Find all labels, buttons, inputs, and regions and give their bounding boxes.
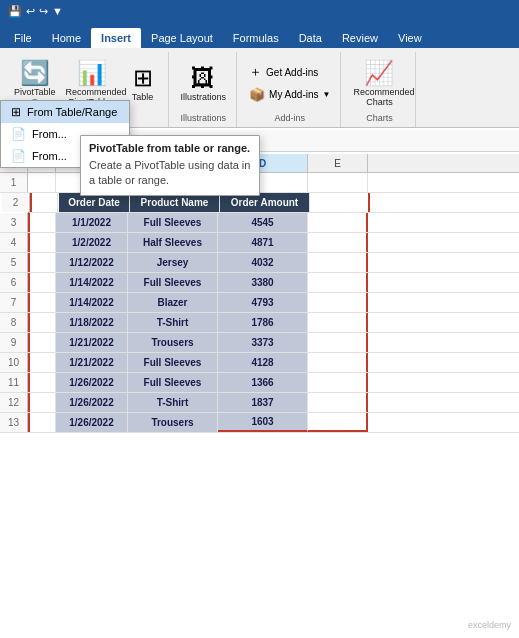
tab-formulas[interactable]: Formulas <box>223 28 289 48</box>
cell-d10[interactable]: 4128 <box>218 353 308 372</box>
save-icon[interactable]: 💾 <box>8 5 22 18</box>
get-addins-label: Get Add-ins <box>266 67 318 78</box>
tab-home[interactable]: Home <box>42 28 91 48</box>
cell-b7[interactable]: 1/14/2022 <box>56 293 128 312</box>
cell-b13[interactable]: 1/26/2022 <box>56 413 128 432</box>
table-button[interactable]: ⊞ Table <box>124 62 162 104</box>
cell-b9[interactable]: 1/21/2022 <box>56 333 128 352</box>
recommended-charts-button[interactable]: 📈 Recommended Charts <box>349 57 409 109</box>
cell-a6[interactable] <box>28 273 56 292</box>
illustrations-button[interactable]: 🖼 Illustrations <box>177 62 231 104</box>
cell-c7[interactable]: Blazer <box>128 293 218 312</box>
cell-e5[interactable] <box>308 253 368 272</box>
cell-e9[interactable] <box>308 333 368 352</box>
cell-a12[interactable] <box>28 393 56 412</box>
redo-icon[interactable]: ↪ <box>39 5 48 18</box>
col-header-e[interactable]: E <box>308 154 368 172</box>
cell-c3[interactable]: Full Sleeves <box>128 213 218 232</box>
watermark: exceldemy <box>468 620 511 630</box>
from-data-model-label: From... <box>32 150 67 162</box>
cell-d4[interactable]: 4871 <box>218 233 308 252</box>
cell-e8[interactable] <box>308 313 368 332</box>
cell-c8[interactable]: T-Shirt <box>128 313 218 332</box>
row-6: 6 1/14/2022 Full Sleeves 3380 <box>0 273 519 293</box>
cell-e4[interactable] <box>308 233 368 252</box>
cell-e6[interactable] <box>308 273 368 292</box>
tab-insert[interactable]: Insert <box>91 28 141 48</box>
from-table-range-label: From Table/Range <box>27 106 117 118</box>
cell-c6[interactable]: Full Sleeves <box>128 273 218 292</box>
cell-b2-order-date[interactable]: Order Date <box>58 193 130 212</box>
cell-c4[interactable]: Half Sleeves <box>128 233 218 252</box>
from-table-range-icon: ⊞ <box>11 105 21 119</box>
cell-d12[interactable]: 1837 <box>218 393 308 412</box>
cell-a13[interactable] <box>28 413 56 432</box>
cell-e1[interactable] <box>308 173 368 192</box>
tab-data[interactable]: Data <box>289 28 332 48</box>
cell-c13[interactable]: Trousers <box>128 413 218 432</box>
cell-c5[interactable]: Jersey <box>128 253 218 272</box>
cell-d2-order-amount[interactable]: Order Amount <box>220 193 310 212</box>
cell-a9[interactable] <box>28 333 56 352</box>
cell-d13[interactable]: 1603 <box>218 413 308 432</box>
cell-c12[interactable]: T-Shirt <box>128 393 218 412</box>
cell-c9[interactable]: Trousers <box>128 333 218 352</box>
cell-d6[interactable]: 3380 <box>218 273 308 292</box>
cell-a2[interactable] <box>30 193 58 212</box>
cell-e10[interactable] <box>308 353 368 372</box>
cell-a7[interactable] <box>28 293 56 312</box>
cell-b4[interactable]: 1/2/2022 <box>56 233 128 252</box>
row-11: 11 1/26/2022 Full Sleeves 1366 <box>0 373 519 393</box>
cell-d3[interactable]: 4545 <box>218 213 308 232</box>
cell-e13[interactable] <box>308 413 368 432</box>
my-addins-icon: 📦 <box>249 87 265 102</box>
cell-b10[interactable]: 1/21/2022 <box>56 353 128 372</box>
cell-d7[interactable]: 4793 <box>218 293 308 312</box>
cell-a1[interactable] <box>28 173 56 192</box>
tab-file[interactable]: File <box>4 28 42 48</box>
my-addins-button[interactable]: 📦 My Add-ins ▼ <box>245 85 334 104</box>
title-bar: 💾 ↩ ↪ ▼ <box>0 0 519 22</box>
cell-a11[interactable] <box>28 373 56 392</box>
cell-e2[interactable] <box>310 193 370 212</box>
cell-c10[interactable]: Full Sleeves <box>128 353 218 372</box>
cell-e3[interactable] <box>308 213 368 232</box>
undo-icon[interactable]: ↩ <box>26 5 35 18</box>
recommended-pivottables-icon: 📊 <box>77 59 107 87</box>
cell-d9[interactable]: 3373 <box>218 333 308 352</box>
row-num-13: 13 <box>0 413 28 432</box>
cell-b5[interactable]: 1/12/2022 <box>56 253 128 272</box>
cell-a10[interactable] <box>28 353 56 372</box>
from-data-model-icon: 📄 <box>11 149 26 163</box>
cell-b12[interactable]: 1/26/2022 <box>56 393 128 412</box>
cell-d5[interactable]: 4032 <box>218 253 308 272</box>
cell-c11[interactable]: Full Sleeves <box>128 373 218 392</box>
tab-view[interactable]: View <box>388 28 432 48</box>
cell-e11[interactable] <box>308 373 368 392</box>
get-addins-button[interactable]: ＋ Get Add-ins <box>245 61 334 83</box>
row-num-2: 2 <box>2 193 30 212</box>
row-5: 5 1/12/2022 Jersey 4032 <box>0 253 519 273</box>
tab-review[interactable]: Review <box>332 28 388 48</box>
cell-d8[interactable]: 1786 <box>218 313 308 332</box>
row-2: 2 Order Date Product Name Order Amount <box>28 193 519 213</box>
cell-d11[interactable]: 1366 <box>218 373 308 392</box>
cell-e12[interactable] <box>308 393 368 412</box>
cell-c2-product-name[interactable]: Product Name <box>130 193 220 212</box>
customize-icon[interactable]: ▼ <box>52 5 63 17</box>
row-num-10: 10 <box>0 353 28 372</box>
spreadsheet: A B C D E 1 2 Order Date Product Name Or… <box>0 154 519 433</box>
cell-b11[interactable]: 1/26/2022 <box>56 373 128 392</box>
cell-a5[interactable] <box>28 253 56 272</box>
cell-a8[interactable] <box>28 313 56 332</box>
cell-b8[interactable]: 1/18/2022 <box>56 313 128 332</box>
from-table-range-item[interactable]: ⊞ From Table/Range <box>1 101 129 123</box>
row-num-1: 1 <box>0 173 28 192</box>
cell-a4[interactable] <box>28 233 56 252</box>
tab-page-layout[interactable]: Page Layout <box>141 28 223 48</box>
cell-a3[interactable] <box>28 213 56 232</box>
cell-e7[interactable] <box>308 293 368 312</box>
cell-b6[interactable]: 1/14/2022 <box>56 273 128 292</box>
table-icon: ⊞ <box>133 64 153 92</box>
cell-b3[interactable]: 1/1/2022 <box>56 213 128 232</box>
